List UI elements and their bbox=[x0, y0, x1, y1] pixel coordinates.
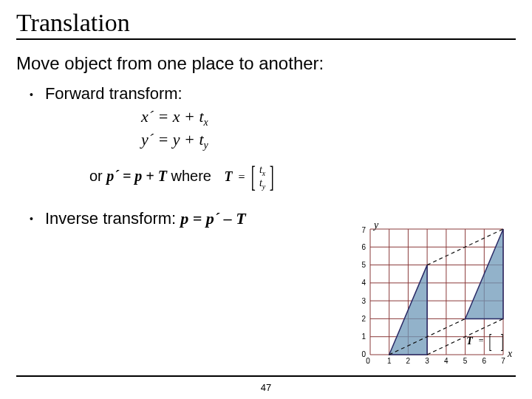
or-line: or p´ = p + T where T = [ tx ty ] bbox=[45, 164, 516, 191]
svg-text:4: 4 bbox=[361, 279, 366, 287]
bullet-dot-icon: • bbox=[30, 84, 33, 105]
svg-text:2: 2 bbox=[406, 357, 411, 365]
svg-text:7: 7 bbox=[501, 357, 505, 365]
svg-text:1: 1 bbox=[361, 332, 366, 341]
translation-chart: 0 1 2 3 4 5 6 7 0 1 2 3 4 5 6 7 y x bbox=[352, 222, 514, 369]
inverse-heading: Inverse transform: bbox=[45, 209, 180, 228]
forward-equations: x´ = x + tx y´ = y + ty bbox=[45, 106, 516, 152]
svg-text:7: 7 bbox=[361, 226, 366, 234]
svg-text:0: 0 bbox=[361, 350, 366, 358]
svg-text:4: 4 bbox=[444, 357, 449, 365]
svg-text:3: 3 bbox=[361, 297, 366, 305]
bullet-dot-icon: • bbox=[30, 209, 33, 228]
svg-text:6: 6 bbox=[361, 243, 366, 251]
slide-subtitle: Move object from one place to another: bbox=[16, 53, 516, 74]
page-number: 47 bbox=[261, 382, 271, 393]
bullet-forward: • Forward transform: x´ = x + tx y´ = y … bbox=[16, 84, 516, 203]
svg-text:6: 6 bbox=[482, 357, 487, 365]
inverse-equation: p = p´ – T bbox=[180, 209, 245, 228]
slide-title: Translation bbox=[16, 9, 516, 40]
matrix-T: T = [ tx ty ] bbox=[225, 164, 277, 191]
forward-heading: Forward transform: bbox=[45, 84, 516, 103]
svg-text:2: 2 bbox=[361, 315, 366, 323]
svg-text:5: 5 bbox=[463, 357, 468, 365]
svg-text:5: 5 bbox=[361, 261, 366, 269]
svg-text:0: 0 bbox=[366, 357, 370, 365]
svg-text:x: x bbox=[507, 348, 513, 359]
svg-text:y: y bbox=[372, 222, 379, 231]
svg-text:3: 3 bbox=[425, 357, 429, 365]
chart-T-annotation: T = [ ] bbox=[466, 332, 505, 350]
footer-divider bbox=[16, 375, 516, 377]
svg-text:1: 1 bbox=[387, 357, 392, 365]
